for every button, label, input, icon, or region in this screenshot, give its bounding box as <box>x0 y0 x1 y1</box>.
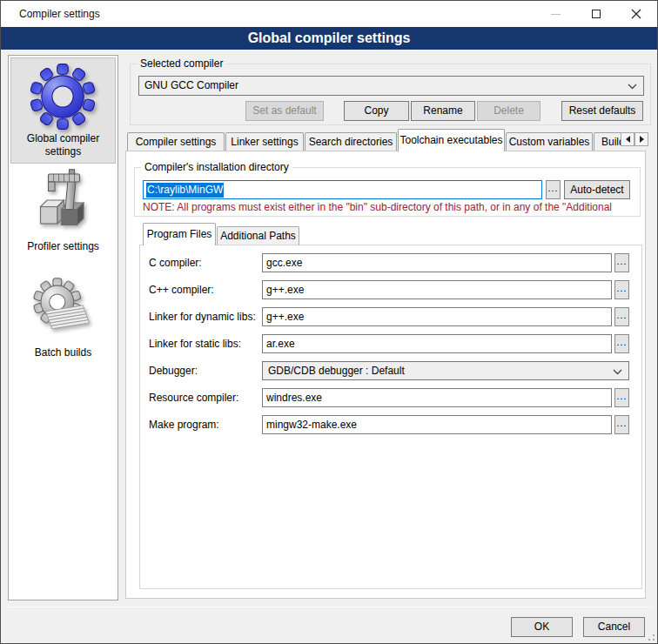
maximize-button[interactable] <box>576 1 616 27</box>
sidebar-label-global-compiler-settings[interactable]: Global compiler settings <box>10 132 116 158</box>
c-compiler-row: C compiler: ... <box>143 253 632 272</box>
subtab-program-files[interactable]: Program Files <box>143 223 216 245</box>
caliper-icon[interactable] <box>31 169 97 234</box>
chevron-down-icon <box>613 369 622 375</box>
tab-linker-settings[interactable]: Linker settings <box>225 132 304 151</box>
reset-defaults-button[interactable]: Reset defaults <box>561 101 643 121</box>
resource-compiler-browse-button[interactable]: ... <box>614 388 629 407</box>
resource-compiler-input[interactable] <box>262 388 612 407</box>
tab-scroll-left-button[interactable] <box>621 132 634 146</box>
rename-button[interactable]: Rename <box>411 101 475 121</box>
arrow-left-icon <box>626 136 630 143</box>
dynamic-linker-row: Linker for dynamic libs: ... <box>143 307 632 326</box>
cpp-compiler-label: C++ compiler: <box>149 280 214 299</box>
installation-directory-value: C:\raylib\MinGW <box>146 183 224 198</box>
resource-compiler-label: Resource compiler: <box>149 388 238 407</box>
cpp-compiler-input[interactable] <box>262 280 612 299</box>
set-as-default-button[interactable]: Set as default <box>245 101 324 121</box>
note-text: NOTE: All programs must exist either in … <box>143 201 640 213</box>
static-linker-browse-button[interactable]: ... <box>614 334 629 353</box>
delete-button[interactable]: Delete <box>477 101 540 121</box>
tab-search-directories[interactable]: Search directories <box>305 132 397 151</box>
cpp-compiler-row: C++ compiler: ... <box>143 280 632 299</box>
minimize-icon <box>551 14 561 15</box>
c-compiler-label: C compiler: <box>149 253 202 272</box>
static-linker-label: Linker for static libs: <box>149 334 241 353</box>
gray-gear-stack-icon[interactable] <box>30 278 91 339</box>
selected-compiler-group-title: Selected compiler <box>137 57 226 70</box>
resource-compiler-row: Resource compiler: ... <box>143 388 632 407</box>
settings-tab-strip: Compiler settings Linker settings Search… <box>127 129 621 151</box>
dynamic-linker-input[interactable] <box>262 307 612 326</box>
copy-button[interactable]: Copy <box>344 101 409 121</box>
chevron-down-icon <box>628 84 637 90</box>
tab-custom-variables[interactable]: Custom variables <box>506 132 593 151</box>
arrow-right-icon <box>640 136 644 143</box>
selected-compiler-dropdown[interactable]: GNU GCC Compiler <box>138 76 644 96</box>
static-linker-row: Linker for static libs: ... <box>143 334 632 353</box>
static-linker-input[interactable] <box>262 334 612 353</box>
dynamic-linker-label: Linker for dynamic libs: <box>149 307 256 326</box>
installation-directory-input[interactable]: C:\raylib\MinGW <box>143 180 542 199</box>
cancel-button[interactable]: Cancel <box>583 617 645 637</box>
debugger-label: Debugger: <box>149 361 198 380</box>
minimize-button[interactable] <box>535 1 575 27</box>
tab-compiler-settings[interactable]: Compiler settings <box>127 132 225 151</box>
debugger-value: GDB/CDB debugger : Default <box>268 362 405 380</box>
compiler-settings-dialog: Compiler settings Global compiler settin… <box>0 0 658 644</box>
debugger-row: Debugger: GDB/CDB debugger : Default <box>143 361 632 380</box>
cpp-compiler-browse-button[interactable]: ... <box>614 280 629 299</box>
make-program-label: Make program: <box>149 415 219 434</box>
sidebar-item-batch-builds[interactable]: Batch builds <box>10 346 116 359</box>
close-icon <box>631 9 641 19</box>
footer-divider <box>8 607 652 607</box>
tab-scroll-right-button[interactable] <box>634 132 648 146</box>
settings-category-list: Global compiler settings <box>8 55 118 600</box>
dialog-heading: Global compiler settings <box>1 27 657 50</box>
close-button[interactable] <box>616 1 656 27</box>
sidebar-item-profiler-settings[interactable]: Profiler settings <box>10 240 116 253</box>
dynamic-linker-browse-button[interactable]: ... <box>614 307 629 326</box>
c-compiler-input[interactable] <box>262 253 612 272</box>
maximize-icon <box>592 10 601 18</box>
auto-detect-button[interactable]: Auto-detect <box>564 180 630 199</box>
tab-toolchain-executables[interactable]: Toolchain executables <box>398 129 505 151</box>
installation-directory-group-title: Compiler's installation directory <box>141 161 292 173</box>
make-program-input[interactable] <box>262 415 612 434</box>
title-bar: Compiler settings <box>1 1 657 27</box>
selected-compiler-value: GNU GCC Compiler <box>144 77 238 95</box>
ok-button[interactable]: OK <box>511 617 573 637</box>
c-compiler-browse-button[interactable]: ... <box>614 253 629 272</box>
resize-grip[interactable] <box>644 630 655 641</box>
sub-tab-strip: Program Files Additional Paths <box>143 223 300 245</box>
tab-build-options[interactable]: Build <box>594 132 621 151</box>
make-program-browse-button[interactable]: ... <box>614 415 629 434</box>
make-program-row: Make program: ... <box>143 415 632 434</box>
subtab-additional-paths[interactable]: Additional Paths <box>217 226 299 245</box>
debugger-dropdown[interactable]: GDB/CDB debugger : Default <box>262 361 629 380</box>
installation-directory-browse-button[interactable]: ... <box>546 180 561 199</box>
window-title: Compiler settings <box>19 8 100 20</box>
blue-gear-icon[interactable] <box>29 63 97 131</box>
